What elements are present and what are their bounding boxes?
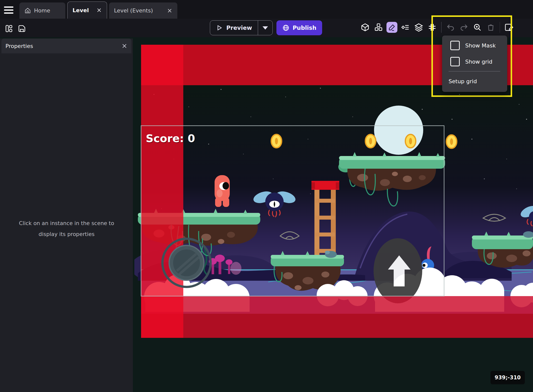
close-icon[interactable] xyxy=(167,8,172,13)
tab-level-events[interactable]: Level (Events) xyxy=(109,2,177,19)
coordinates-value: 939;-310 xyxy=(495,375,521,381)
edit-tool-button[interactable] xyxy=(386,22,397,33)
tab-label: Level xyxy=(73,7,89,13)
publish-label: Publish xyxy=(293,25,316,31)
layers-panel-button[interactable] xyxy=(413,22,424,33)
save-icon xyxy=(17,24,26,33)
tab-label: Level (Events) xyxy=(114,7,153,14)
instances-list-icon xyxy=(401,23,410,32)
menu-item-setup-grid[interactable]: Setup grid xyxy=(449,75,501,88)
menu-item-show-mask[interactable]: Show Mask xyxy=(442,39,507,52)
objects-icon xyxy=(374,23,383,32)
project-manager-button[interactable] xyxy=(3,23,14,34)
moon[interactable] xyxy=(374,106,423,155)
instances-list-button[interactable] xyxy=(400,22,411,33)
cursor-coordinates-badge: 939;-310 xyxy=(491,371,525,384)
menu-item-show-grid[interactable]: Show grid xyxy=(442,55,507,68)
show-mask-checkbox[interactable] xyxy=(450,41,460,50)
objects-panel-button[interactable] xyxy=(373,22,384,33)
cube-icon xyxy=(361,23,370,32)
menu-divider xyxy=(449,71,500,72)
play-icon xyxy=(216,24,223,31)
tab-home[interactable]: Home xyxy=(19,2,65,19)
grid-options-menu: Show Mask Show grid Setup grid xyxy=(442,36,507,92)
jump-button[interactable] xyxy=(374,238,422,303)
properties-header: Properties xyxy=(1,39,131,53)
pencil-icon xyxy=(388,23,396,32)
properties-title: Properties xyxy=(5,43,33,49)
main-menu-button[interactable] xyxy=(4,5,15,15)
tab-level[interactable]: Level xyxy=(67,1,107,19)
home-icon xyxy=(24,7,31,14)
preview-options-button[interactable] xyxy=(258,21,272,35)
toggle-3d-button[interactable] xyxy=(360,22,371,33)
save-button[interactable] xyxy=(16,23,27,34)
joystick[interactable] xyxy=(162,239,211,287)
score-text: Score: 0 xyxy=(146,132,195,145)
preview-label: Preview xyxy=(226,25,252,31)
tab-label: Home xyxy=(34,7,50,14)
layout-icon xyxy=(4,24,13,33)
show-grid-label: Show grid xyxy=(465,59,492,65)
show-grid-checkbox[interactable] xyxy=(450,57,460,66)
preview-button[interactable]: Preview xyxy=(210,20,273,35)
layers-icon xyxy=(414,23,423,32)
globe-icon xyxy=(282,24,290,32)
app-window: Home Level Level (Events) xyxy=(0,0,533,392)
properties-panel: Properties Click on an instance in the s… xyxy=(0,39,133,392)
setup-grid-label: Setup grid xyxy=(449,78,477,84)
chevron-down-icon xyxy=(263,26,268,30)
close-icon[interactable] xyxy=(121,43,127,49)
hamburger-icon xyxy=(4,6,13,8)
properties-empty-message: Click on an instance in the scene to dis… xyxy=(12,218,121,240)
close-icon[interactable] xyxy=(96,7,102,13)
publish-button[interactable]: Publish xyxy=(276,20,322,35)
show-mask-label: Show Mask xyxy=(465,42,496,49)
